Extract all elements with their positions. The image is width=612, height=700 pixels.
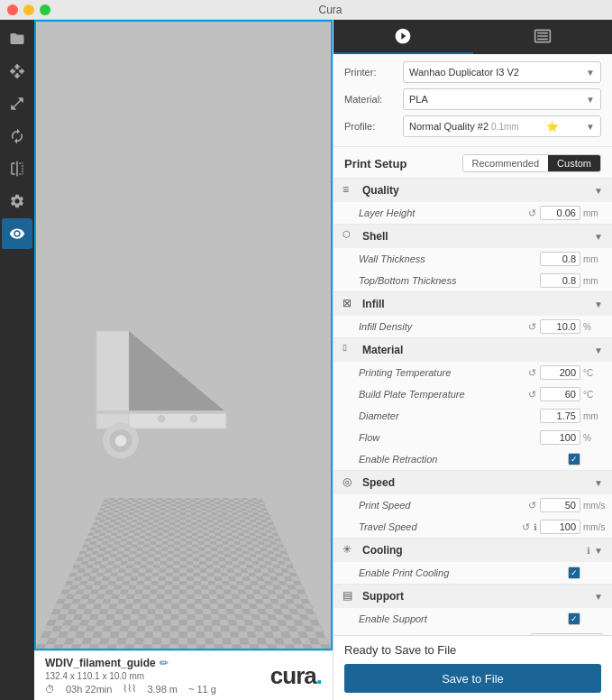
shell-icon: ⬡ [343, 229, 357, 244]
print-speed-row: Print Speed ↺ 50 mm/s [333, 494, 612, 516]
printing-temp-value[interactable]: 200 [540, 365, 580, 380]
viewport[interactable]: WDIV_filament_guide ✏ 132.4 x 110.1 x 10… [34, 20, 333, 700]
support-title: Support [362, 590, 594, 603]
profile-row: Profile: Normal Quality #2 0.1mm ⭐ ▼ [344, 115, 601, 137]
cooling-header[interactable]: ✳ Cooling ℹ ▼ [333, 539, 612, 562]
enable-retraction-row: Enable Retraction ✓ [333, 448, 612, 470]
scale-button[interactable] [2, 88, 32, 119]
speed-chevron: ▼ [594, 478, 603, 488]
enable-support-row: Enable Support ✓ [333, 608, 612, 630]
quality-header[interactable]: ≡ Quality ▼ [333, 179, 612, 202]
build-plate-temp-value[interactable]: 60 [540, 387, 580, 401]
infill-density-reset[interactable]: ↺ [528, 321, 536, 333]
diameter-unit: mm [583, 411, 603, 421]
travel-speed-label: Travel Speed [359, 521, 522, 532]
minimize-button[interactable] [23, 5, 34, 15]
profile-label: Profile: [344, 121, 403, 132]
enable-cooling-label: Enable Print Cooling [359, 567, 568, 578]
infill-density-row: Infill Density ↺ 10.0 % [333, 316, 612, 337]
build-plate-temp-reset[interactable]: ↺ [528, 389, 536, 401]
close-button[interactable] [7, 5, 18, 15]
diameter-value[interactable]: 1.75 [540, 409, 580, 423]
svg-point-5 [114, 436, 126, 447]
travel-speed-value[interactable]: 100 [540, 520, 580, 534]
top-bottom-thickness-row: Top/Bottom Thickness 0.8 mm [333, 270, 612, 291]
speed-header[interactable]: ◎ Speed ▼ [333, 471, 612, 494]
open-file-button[interactable] [2, 23, 32, 54]
print-speed-reset[interactable]: ↺ [528, 500, 536, 511]
enable-support-checkbox[interactable]: ✓ [568, 612, 580, 625]
flow-unit: % [583, 433, 603, 443]
profile-dropdown[interactable]: Normal Quality #2 0.1mm ⭐ ▼ [403, 115, 601, 137]
print-speed-label: Print Speed [359, 500, 528, 511]
top-bottom-value[interactable]: 0.8 [540, 273, 580, 288]
infill-section: ⊠ Infill ▼ Infill Density ↺ 10.0 % [333, 292, 612, 338]
enable-cooling-checkbox[interactable]: ✓ [568, 566, 580, 579]
3d-canvas[interactable] [34, 20, 333, 650]
printer-dropdown[interactable]: Wanhao Duplicator I3 V2 ▼ [403, 61, 601, 83]
infill-title: Infill [362, 298, 594, 310]
flow-value[interactable]: 100 [540, 430, 580, 445]
titlebar: Cura [0, 0, 612, 20]
print-speed-unit: mm/s [583, 501, 603, 511]
cooling-title: Cooling [362, 544, 587, 557]
edit-filename-icon[interactable]: ✏ [160, 657, 169, 669]
settings-area: Printer: Wanhao Duplicator I3 V2 ▼ Mater… [333, 54, 612, 635]
printer-label: Printer: [344, 67, 403, 78]
mirror-button[interactable] [2, 153, 32, 184]
wall-thickness-value[interactable]: 0.8 [540, 252, 580, 266]
cooling-icon: ✳ [343, 543, 357, 557]
move-button[interactable] [2, 56, 32, 87]
settings-button[interactable] [2, 186, 32, 216]
support-header[interactable]: ▤ Support ▼ [333, 585, 612, 608]
material-section-title: Material [362, 344, 594, 356]
shell-header[interactable]: ⬡ Shell ▼ [333, 225, 612, 248]
setup-toggle: Recommended Custom [462, 154, 602, 172]
enable-retraction-checkbox[interactable]: ✓ [568, 453, 580, 465]
travel-speed-row: Travel Speed ↺ ℹ 100 mm/s [333, 516, 612, 538]
quality-icon: ≡ [343, 183, 357, 198]
layer-height-reset[interactable]: ↺ [528, 207, 536, 219]
view-mode-button[interactable] [2, 218, 32, 249]
material-row: Material: PLA ▼ [344, 88, 601, 110]
tab-preview[interactable] [473, 20, 613, 54]
3d-object[interactable] [79, 299, 260, 461]
main-layout: WDIV_filament_guide ✏ 132.4 x 110.1 x 10… [0, 20, 612, 700]
layer-height-unit: mm [583, 208, 603, 218]
svg-point-6 [158, 416, 164, 422]
profile-dropdown-arrow: ▼ [586, 122, 595, 132]
custom-toggle[interactable]: Custom [548, 155, 600, 171]
infill-chevron: ▼ [594, 299, 603, 309]
svg-marker-2 [129, 331, 226, 412]
print-speed-value[interactable]: 50 [540, 498, 580, 512]
cooling-info[interactable]: ℹ [587, 546, 590, 556]
layer-height-value[interactable]: 0.06 [540, 206, 580, 220]
recommended-toggle[interactable]: Recommended [463, 155, 549, 171]
enable-support-label: Enable Support [359, 613, 568, 624]
file-name: WDIV_filament_guide [45, 657, 156, 669]
travel-speed-unit: mm/s [583, 522, 603, 532]
printing-temp-unit: °C [583, 368, 603, 378]
travel-speed-info[interactable]: ℹ [534, 522, 537, 532]
printer-dropdown-arrow: ▼ [586, 68, 595, 78]
material-section-header[interactable]: ▯ Material ▼ [333, 338, 612, 362]
enable-cooling-row: Enable Print Cooling ✓ [333, 562, 612, 584]
window-title: Cura [56, 4, 605, 16]
infill-header[interactable]: ⊠ Infill ▼ [333, 292, 612, 316]
filament-weight: ~ 11 g [188, 684, 216, 695]
save-to-file-button[interactable]: Save to File [344, 664, 601, 693]
printing-temp-reset[interactable]: ↺ [528, 367, 536, 379]
material-dropdown[interactable]: PLA ▼ [403, 88, 601, 110]
ready-text: Ready to Save to File [344, 643, 601, 657]
file-dimensions: 132.4 x 110.1 x 10.0 mm [45, 671, 216, 681]
tab-prepare[interactable] [333, 20, 473, 54]
print-setup-title: Print Setup [344, 157, 406, 170]
rotate-button[interactable] [2, 121, 32, 152]
speed-icon: ◎ [343, 475, 357, 490]
svg-marker-3 [96, 411, 226, 415]
diameter-row: Diameter 1.75 mm [333, 405, 612, 427]
panel-tabs [333, 20, 612, 54]
infill-density-value[interactable]: 10.0 [540, 319, 580, 334]
travel-speed-reset[interactable]: ↺ [522, 521, 530, 533]
maximize-button[interactable] [40, 5, 50, 15]
